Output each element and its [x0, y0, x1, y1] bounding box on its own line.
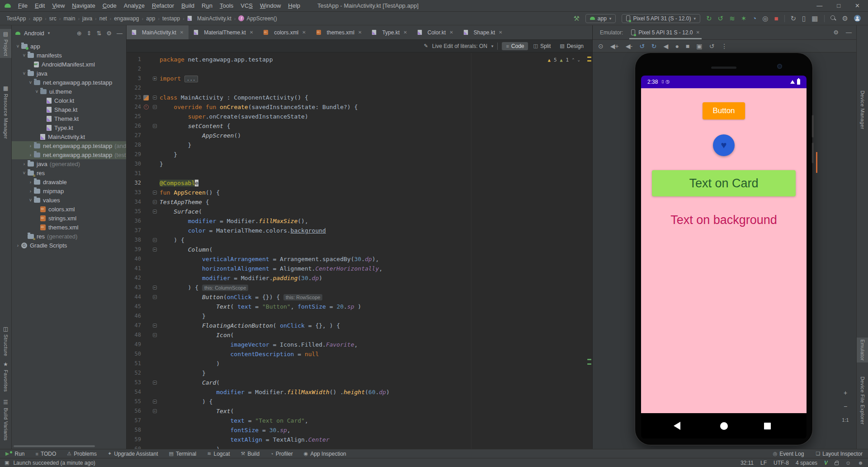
code-line[interactable]: 27 AppScreen()	[127, 131, 592, 140]
tab-materialtheme-kt[interactable]: MaterialTheme.kt✕	[189, 25, 258, 39]
mode-split[interactable]: ◫Split	[529, 42, 555, 50]
settings-icon[interactable]: ⚙	[842, 15, 848, 22]
code-line[interactable]: 38− ) {	[127, 235, 592, 245]
build-status-icon[interactable]: V	[824, 460, 828, 466]
menu-vcs[interactable]: VCS	[237, 2, 256, 9]
project-view-selector[interactable]: Android	[24, 30, 44, 37]
menu-analyze[interactable]: Analyze	[120, 2, 148, 9]
profile-avatar[interactable]	[854, 15, 861, 22]
close-icon[interactable]: ✕	[358, 30, 362, 35]
caret-position[interactable]: 32:11	[741, 460, 754, 466]
code-line[interactable]: 35− Surface(	[127, 207, 592, 216]
debug-button[interactable]: ✶	[741, 15, 747, 22]
sidebar-tab-project[interactable]: ▤Project	[0, 29, 11, 58]
toolwindow-build[interactable]: ⚒Build	[241, 451, 260, 457]
indent-setting[interactable]: 4 spaces	[796, 460, 817, 466]
tree-collapse-arrow[interactable]: ˅	[21, 53, 28, 58]
breadcrumb-testapp[interactable]: testapp	[162, 15, 180, 22]
tree-item-mainactivity-kt[interactable]: MainActivity.kt	[12, 132, 126, 141]
fold-collapse-icon[interactable]: −	[153, 124, 157, 128]
code-line[interactable]: 26− setContent {	[127, 121, 592, 131]
phone-screen[interactable]: 2:38 ▯Ⓢ Button ♥ Text on Card Text on ba…	[641, 76, 807, 438]
attach-debugger-button[interactable]: ◎	[762, 15, 768, 22]
prev-issue-button[interactable]: ⌃	[572, 55, 574, 65]
apply-changes-button[interactable]: ↺	[718, 15, 724, 22]
file-encoding[interactable]: UTF-8	[774, 460, 789, 466]
code-line[interactable]: 52 }	[127, 368, 592, 378]
fold-collapse-icon[interactable]: −	[153, 200, 157, 204]
toolwindow-logcat[interactable]: ≋Logcat	[207, 451, 230, 457]
tree-expand-arrow[interactable]: ›	[14, 243, 21, 248]
tab-themes-xml[interactable]: themes.xml✕	[311, 25, 367, 39]
toolwindow-profiler[interactable]: ◔Profiler	[270, 451, 293, 457]
sidebar-tab-resource-manager[interactable]: ▦Resource Manager	[0, 83, 11, 141]
hide-emulator-icon[interactable]: —	[846, 29, 852, 36]
stop-button[interactable]: ■	[774, 15, 778, 22]
code-line[interactable]: 24↑− override fun onCreate(savedInstance…	[127, 102, 592, 112]
tree-item-colors-xml[interactable]: colors.xml	[12, 205, 126, 214]
rotate-right-icon[interactable]: ↻	[651, 43, 657, 50]
toolwindow-switcher-icon[interactable]: ▣	[5, 460, 9, 466]
emulator-settings-icon[interactable]: ⚙	[833, 29, 839, 36]
search-everywhere-button[interactable]	[830, 15, 836, 21]
line-separator[interactable]: LF	[760, 460, 767, 466]
tree-item-gradle-scripts[interactable]: ›Gradle Scripts	[12, 241, 126, 250]
mode-code[interactable]: ≡Code	[502, 42, 528, 50]
code-editor[interactable]: 1package net.engawapg.app.testapp23+impo…	[127, 53, 592, 449]
android-recents-button[interactable]	[764, 423, 771, 429]
fold-collapse-icon[interactable]: −	[153, 238, 157, 242]
tab-color-kt[interactable]: Color.kt✕	[412, 25, 458, 39]
toolwindow-app-inspection[interactable]: ◉App Inspection	[304, 451, 346, 457]
tree-item-theme-kt[interactable]: Theme.kt	[12, 114, 126, 123]
tree-collapse-arrow[interactable]: ˅	[21, 171, 28, 176]
tab-colors-xml[interactable]: colors.xml✕	[258, 25, 311, 39]
sidebar-tab-favorites[interactable]: ★Favorites	[0, 359, 11, 394]
chevron-down-icon[interactable]: ▾	[491, 44, 494, 48]
build-hammer-icon[interactable]: ⚒	[573, 15, 579, 22]
tree-item-net-engawapg-app-testapp[interactable]: ˅net.engawapg.app.testapp	[12, 78, 126, 87]
tab-type-kt[interactable]: Type.kt✕	[367, 25, 412, 39]
minimize-button[interactable]: —	[816, 2, 822, 9]
tree-item-androidmanifest-xml[interactable]: AndroidManifest.xml	[12, 60, 126, 69]
device-manager-button[interactable]: ▯	[802, 15, 806, 22]
tree-item-strings-xml[interactable]: strings.xml	[12, 214, 126, 223]
fold-collapse-icon[interactable]: −	[153, 324, 157, 328]
code-line[interactable]: 59 textAlign = TextAlign.Center	[127, 435, 592, 444]
code-line[interactable]: 60 )	[127, 444, 592, 449]
menu-refactor[interactable]: Refactor	[148, 2, 178, 9]
close-button[interactable]: ✕	[855, 2, 860, 9]
fold-collapse-icon[interactable]: −	[153, 105, 157, 109]
breadcrumb-src[interactable]: src	[49, 15, 57, 22]
menu-code[interactable]: Code	[99, 2, 120, 9]
code-line[interactable]: 56− Text(	[127, 406, 592, 416]
tab-shape-kt[interactable]: Shape.kt✕	[458, 25, 508, 39]
rotate-left-icon[interactable]: ↺	[639, 43, 645, 50]
tree-item-res[interactable]: ˅res	[12, 168, 126, 177]
code-line[interactable]: 28 }	[127, 140, 592, 150]
close-icon[interactable]: ✕	[696, 30, 699, 35]
zoom-out-button[interactable]: −	[840, 401, 851, 411]
toolwindow-todo[interactable]: ≡TODO	[35, 451, 56, 457]
sidebar-tab-device-file-explorer[interactable]: Device File Explorer	[857, 375, 868, 426]
hide-panel-icon[interactable]: —	[117, 30, 123, 37]
fold-collapse-icon[interactable]: −	[153, 210, 157, 214]
tree-item-manifests[interactable]: ˅manifests	[12, 51, 126, 60]
tree-expand-arrow[interactable]: ›	[27, 152, 34, 157]
code-line[interactable]: 43− ) { this: ColumnScope	[127, 283, 592, 292]
code-line[interactable]: 31	[127, 169, 592, 178]
tree-item-type-kt[interactable]: Type.kt	[12, 123, 126, 132]
tree-collapse-arrow[interactable]: ˅	[33, 89, 40, 94]
device-dropdown[interactable]: Pixel 5 API 31 (S - 12.0)▾	[622, 14, 700, 23]
chevron-down-icon[interactable]: ▾	[48, 31, 50, 35]
volume-down-icon[interactable]: ◀-	[626, 43, 632, 50]
tree-item-app[interactable]: ˅app	[12, 42, 126, 51]
code-line[interactable]: 2	[127, 64, 592, 74]
sidebar-tab-emulator[interactable]: Emulator	[857, 338, 868, 362]
code-line[interactable]: 48− Icon(	[127, 330, 592, 340]
settings-icon[interactable]: ⚙	[106, 30, 112, 37]
code-line[interactable]: 25 super.onCreate(savedInstanceState)	[127, 112, 592, 121]
sidebar-tab-device-manager[interactable]: Device Manager	[857, 89, 868, 131]
collapse-all-icon[interactable]: ⇅	[96, 30, 101, 37]
breadcrumb-java[interactable]: java	[82, 15, 92, 22]
fold-collapse-icon[interactable]: −	[153, 400, 157, 404]
